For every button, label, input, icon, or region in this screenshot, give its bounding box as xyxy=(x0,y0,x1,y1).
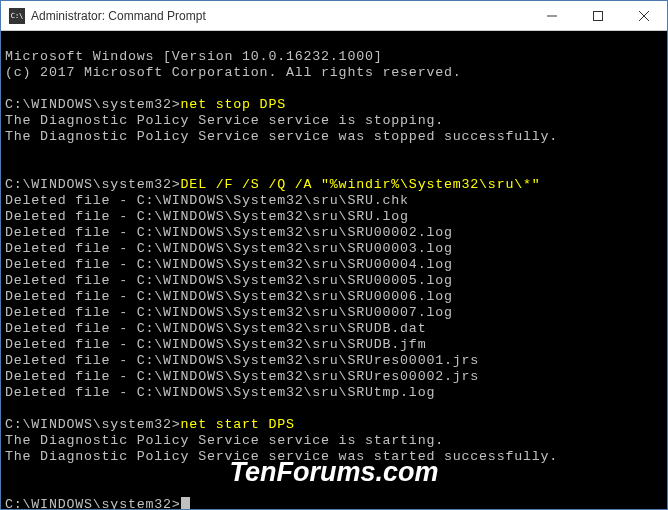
prompt: C:\WINDOWS\system32> xyxy=(5,417,181,432)
output-line: Deleted file - C:\WINDOWS\System32\sru\S… xyxy=(5,337,426,352)
output-line: The Diagnostic Policy Service service wa… xyxy=(5,449,558,464)
prompt: C:\WINDOWS\system32> xyxy=(5,177,181,192)
cmd-icon xyxy=(9,8,25,24)
maximize-button[interactable] xyxy=(575,1,621,31)
command-text: net start DPS xyxy=(181,417,295,432)
close-button[interactable] xyxy=(621,1,667,31)
output-line: Deleted file - C:\WINDOWS\System32\sru\S… xyxy=(5,305,453,320)
output-line: Deleted file - C:\WINDOWS\System32\sru\S… xyxy=(5,321,426,336)
minimize-button[interactable] xyxy=(529,1,575,31)
output-line: Deleted file - C:\WINDOWS\System32\sru\S… xyxy=(5,257,453,272)
output-line: Deleted file - C:\WINDOWS\System32\sru\S… xyxy=(5,241,453,256)
console-output[interactable]: Microsoft Windows [Version 10.0.16232.10… xyxy=(1,31,667,509)
output-line: Deleted file - C:\WINDOWS\System32\sru\S… xyxy=(5,369,479,384)
output-line: Deleted file - C:\WINDOWS\System32\sru\S… xyxy=(5,209,409,224)
output-line: Microsoft Windows [Version 10.0.16232.10… xyxy=(5,49,383,64)
command-text: DEL /F /S /Q /A "%windir%\System32\sru\*… xyxy=(181,177,541,192)
output-line: Deleted file - C:\WINDOWS\System32\sru\S… xyxy=(5,289,453,304)
window-title: Administrator: Command Prompt xyxy=(31,9,529,23)
output-line: Deleted file - C:\WINDOWS\System32\sru\S… xyxy=(5,385,435,400)
svg-rect-1 xyxy=(594,11,603,20)
output-line: The Diagnostic Policy Service service is… xyxy=(5,113,444,128)
output-line: Deleted file - C:\WINDOWS\System32\sru\S… xyxy=(5,193,409,208)
output-line: Deleted file - C:\WINDOWS\System32\sru\S… xyxy=(5,273,453,288)
output-line: (c) 2017 Microsoft Corporation. All righ… xyxy=(5,65,462,80)
output-line: Deleted file - C:\WINDOWS\System32\sru\S… xyxy=(5,353,479,368)
output-line: The Diagnostic Policy Service service wa… xyxy=(5,129,558,144)
prompt: C:\WINDOWS\system32> xyxy=(5,497,181,509)
command-prompt-window: Administrator: Command Prompt Microsoft … xyxy=(0,0,668,510)
command-text: net stop DPS xyxy=(181,97,286,112)
prompt: C:\WINDOWS\system32> xyxy=(5,97,181,112)
output-line: The Diagnostic Policy Service service is… xyxy=(5,433,444,448)
cursor xyxy=(181,497,190,509)
output-line: Deleted file - C:\WINDOWS\System32\sru\S… xyxy=(5,225,453,240)
titlebar[interactable]: Administrator: Command Prompt xyxy=(1,1,667,31)
